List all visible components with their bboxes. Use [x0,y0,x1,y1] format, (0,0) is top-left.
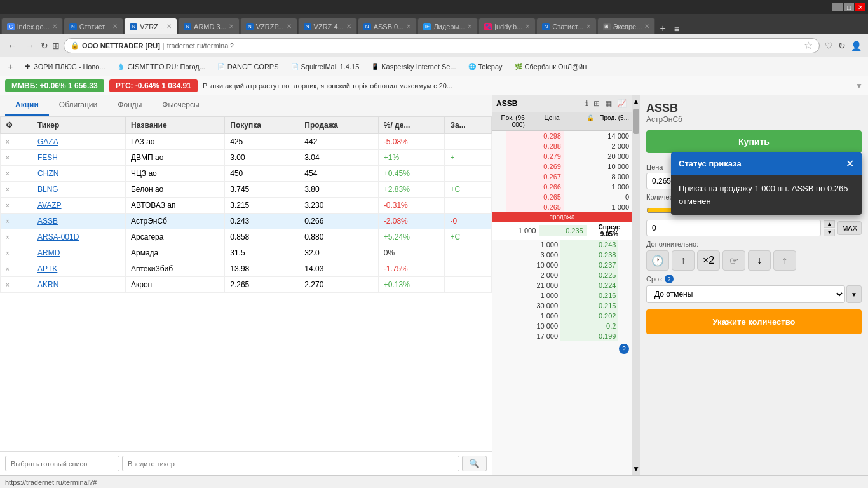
ob-grid-button[interactable]: ⊞ [592,98,601,109]
apps-button[interactable]: ⊞ [52,41,60,51]
remove-cell[interactable]: × [1,214,32,229]
sync-button[interactable]: ↻ [837,39,847,52]
back-button[interactable]: ← [5,38,19,53]
ob-buy-row[interactable]: 21 000 0.224 [492,280,632,290]
ob-sell-row[interactable]: 0.269 10 000 [492,161,632,172]
tab-armd[interactable]: N ARMD 3... ✕ [178,18,240,34]
ob-sell-price[interactable]: 0.266 [506,182,564,192]
tab-stat2[interactable]: N Статист... ✕ [536,18,596,34]
maximize-button[interactable]: □ [844,3,854,11]
ticker-search-input[interactable] [122,456,459,471]
ob-buy-row[interactable]: 30 000 0.215 [492,301,632,311]
table-row[interactable]: × APTK АптекиЗбиб 13.98 14.03 -1.75% [1,261,492,277]
tab-stat[interactable]: N Статист... ✕ [64,18,123,34]
term-dropdown-button[interactable]: ▼ [846,285,862,303]
ob-sell-row[interactable]: 0.267 8 000 [492,172,632,182]
ob-buy-price[interactable]: 0.199 [560,331,618,341]
tab-index[interactable]: G index.go... ✕ [1,18,63,34]
tab-close-stat[interactable]: ✕ [112,23,118,30]
col-settings[interactable]: ⚙ [1,117,32,134]
ob-buy-row[interactable]: 1 000 0.202 [492,311,632,321]
ticker-link[interactable]: GAZA [37,137,58,146]
remove-cell[interactable]: × [1,277,32,293]
extra-down-button[interactable]: ↓ [748,250,771,271]
scrollbar-thumb[interactable] [633,109,639,134]
tab-stocks[interactable]: Акции [5,95,49,116]
remove-icon[interactable]: × [6,170,10,177]
remove-icon[interactable]: × [6,186,10,193]
ob-sell-row[interactable]: 0.266 1 000 [492,182,632,192]
right-scrollbar[interactable]: ▲ ▼ [632,95,640,475]
tab-close-leaders[interactable]: ✕ [467,23,472,30]
remove-cell[interactable]: × [1,182,32,198]
table-row[interactable]: × ASSB АстрЭнСб 0.243 0.266 -2.08% -0 [1,214,492,229]
ob-sell-price[interactable]: 0.265 [506,192,564,202]
tab-juddy[interactable]: 🐾 juddy.b... ✕ [478,18,536,34]
heart-button[interactable]: ♡ [824,39,834,52]
tab-close-juddy[interactable]: ✕ [525,23,530,30]
bookmark-squirrel[interactable]: 📄 SquirrelMail 1.4.15 [287,61,363,72]
ob-buy-price[interactable]: 0.216 [560,290,618,301]
ticker-link[interactable]: BLNG [37,185,58,194]
ticker-link[interactable]: ARSA-001D [37,233,79,241]
table-row[interactable]: × ARMD Армада 31.5 32.0 0% [1,245,492,261]
ob-buy-row[interactable]: 2 000 0.225 [492,270,632,280]
table-row[interactable]: × BLNG Белон ао 3.745 3.80 +2.83% +C [1,182,492,198]
remove-icon[interactable]: × [6,139,10,146]
table-row[interactable]: × FESH ДВМП ао 3.00 3.04 +1% + [1,150,492,166]
remove-icon[interactable]: × [6,281,10,288]
ob-buy-row[interactable]: 10 000 0.237 [492,260,632,270]
qty-spin-up[interactable]: ▲ [824,220,835,228]
ticker-link[interactable]: CHZN [37,169,58,178]
tab-futures[interactable]: Фьючерсы [152,95,209,116]
ob-chart-button[interactable]: 📈 [616,98,628,109]
bookmark-kaspersky[interactable]: 📱 Kaspersky Internet Se... [367,61,459,72]
add-bookmark-button[interactable]: + [5,60,15,73]
ticker-scroll-icon[interactable]: ▼ [855,81,863,90]
table-row[interactable]: × CHZN ЧЦЗ ао 450 454 +0.45% [1,166,492,182]
tab-vzrzp[interactable]: N VZRZP... ✕ [240,18,297,34]
extra-up-button[interactable]: ↑ [672,250,695,271]
qty-input[interactable] [646,220,821,236]
ob-sell-price[interactable]: 0.298 [506,131,564,141]
ob-sell-row[interactable]: 0.298 14 000 [492,131,632,141]
max-button[interactable]: MAX [837,221,862,235]
qty-spin-down[interactable]: ▼ [824,229,835,236]
ob-info-button[interactable]: ℹ [584,98,590,109]
ob-sell-row[interactable]: 0.288 2 000 [492,141,632,151]
status-popup-close-button[interactable]: ✕ [846,158,854,170]
table-row[interactable]: × AVAZP АВТОВАЗ ап 3.215 3.230 -0.31% [1,198,492,214]
remove-cell[interactable]: × [1,229,32,245]
minimize-button[interactable]: – [832,3,843,11]
extra-x2-button[interactable]: ×2 [697,250,720,271]
ob-buy-price[interactable]: 0.237 [560,260,618,270]
buy-button[interactable]: Купить [646,130,862,153]
reload-button[interactable]: ↻ [41,41,48,51]
ticker-link[interactable]: ARMD [37,248,60,257]
ob-buy-price[interactable]: 0.225 [560,270,618,280]
ob-buy-row[interactable]: 3 000 0.238 [492,250,632,260]
ticker-link[interactable]: ASSB [37,217,58,226]
tab-menu-button[interactable]: ≡ [670,24,683,34]
remove-icon[interactable]: × [6,154,10,161]
tab-vzrz4[interactable]: N VZRZ 4... ✕ [298,18,357,34]
tab-close-vzrz4[interactable]: ✕ [346,23,351,30]
ticker-link[interactable]: FESH [37,153,58,162]
remove-cell[interactable]: × [1,198,32,214]
url-bar[interactable]: 🔒 OOO NETTRADER [RU] | tradernet.ru/term… [64,38,820,53]
list-select-input[interactable] [5,456,119,471]
table-row[interactable]: × ARSA-001D Арсагера 0.858 0.880 +5.24% … [1,229,492,245]
remove-icon[interactable]: × [6,202,10,209]
tab-bonds[interactable]: Облигации [49,95,107,116]
tab-assb[interactable]: N ASSB 0... ✕ [358,18,417,34]
new-tab-button[interactable]: + [656,23,669,34]
ob-buy-price[interactable]: 0.243 [560,240,618,250]
remove-icon[interactable]: × [6,266,10,273]
tab-vzrz[interactable]: N VZRZ... ✕ [124,18,177,34]
tab-leaders[interactable]: IF Лидеры... ✕ [417,18,478,34]
ob-buy-row[interactable]: 1 000 0.216 [492,290,632,301]
bookmark-zori[interactable]: ✚ ЗОРИ ПЛЮС - Ново... [19,61,109,72]
ob-sell-row[interactable]: 0.265 1 000 [492,202,632,212]
ob-buy-price[interactable]: 0.202 [560,311,618,321]
scroll-down-button[interactable]: ▼ [632,463,640,475]
